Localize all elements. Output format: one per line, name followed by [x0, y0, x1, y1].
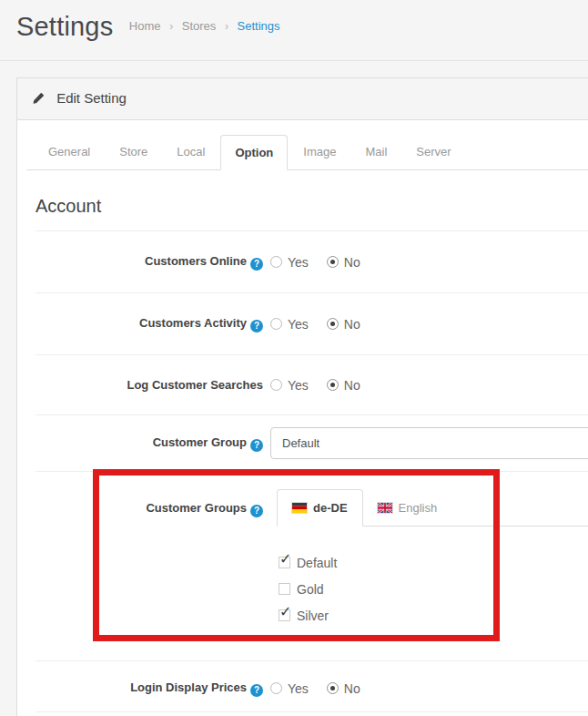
breadcrumb: Home › Stores › Settings: [129, 19, 280, 33]
customers-online-label: Customers Online: [145, 254, 247, 268]
checkbox-row-gold[interactable]: Gold: [279, 582, 588, 596]
section-title-account: Account: [35, 196, 588, 231]
radio-option-no[interactable]: No: [327, 681, 360, 696]
tab-option[interactable]: Option: [220, 135, 288, 170]
panel-body: General Store Local Option Image Mail Se…: [17, 120, 588, 716]
checkbox-row-default[interactable]: Default: [279, 556, 588, 569]
login-display-prices-radios: Yes No: [270, 681, 588, 696]
help-icon[interactable]: [250, 258, 263, 271]
page-title: Settings: [16, 12, 113, 42]
tab-mail[interactable]: Mail: [351, 135, 400, 169]
radio-option-no[interactable]: No: [327, 317, 360, 332]
radio-no[interactable]: [327, 256, 339, 268]
checkbox-gold[interactable]: [279, 583, 290, 595]
radio-option-no[interactable]: No: [327, 378, 360, 393]
customer-groups-checkbox-list: Default Gold Silver: [279, 556, 588, 622]
breadcrumb-settings[interactable]: Settings: [238, 19, 280, 33]
row-customer-groups: Customer Groups de-DE English: [35, 472, 588, 661]
german-flag-icon: [292, 503, 307, 513]
radio-option-no[interactable]: No: [327, 255, 360, 270]
log-customer-searches-radios: Yes No: [270, 378, 588, 393]
breadcrumb-separator: ›: [225, 20, 228, 33]
panel-heading: Edit Setting: [17, 78, 588, 120]
row-next-partial: [35, 712, 588, 716]
row-customer-group: Customer Group Default: [35, 415, 588, 472]
tab-image[interactable]: Image: [289, 135, 350, 169]
radio-no[interactable]: [327, 379, 339, 391]
radio-no[interactable]: [327, 682, 339, 694]
edit-setting-panel: Edit Setting General Store Local Option …: [16, 77, 588, 716]
row-customers-activity: Customers Activity Yes No: [35, 293, 588, 355]
customers-activity-label: Customers Activity: [139, 316, 247, 330]
customers-online-radios: Yes No: [270, 255, 588, 270]
customers-activity-radios: Yes No: [270, 317, 588, 332]
radio-yes[interactable]: [270, 318, 282, 330]
language-tab-bar: de-DE English: [277, 489, 588, 527]
help-icon[interactable]: [250, 684, 263, 697]
radio-no[interactable]: [327, 318, 339, 330]
checkbox-silver[interactable]: [279, 609, 290, 621]
uk-flag-icon: [378, 503, 392, 513]
breadcrumb-home[interactable]: Home: [129, 19, 161, 33]
tab-general[interactable]: General: [35, 135, 104, 169]
help-icon[interactable]: [250, 505, 263, 517]
panel-heading-label: Edit Setting: [56, 90, 127, 106]
tab-server[interactable]: Server: [402, 135, 464, 169]
language-tab-de-DE[interactable]: de-DE: [277, 489, 363, 527]
radio-option-yes[interactable]: Yes: [270, 681, 309, 696]
login-display-prices-label: Login Display Prices: [130, 680, 247, 694]
radio-yes[interactable]: [270, 682, 282, 694]
customer-group-selected-value: Default: [282, 436, 319, 450]
page-header: Settings Home › Stores › Settings: [0, 0, 588, 61]
help-icon[interactable]: [250, 320, 263, 332]
log-customer-searches-label: Log Customer Searches: [127, 378, 263, 392]
help-icon[interactable]: [250, 439, 263, 452]
tab-store[interactable]: Store: [106, 135, 161, 169]
radio-yes[interactable]: [270, 379, 282, 391]
checkbox-row-silver[interactable]: Silver: [279, 609, 588, 622]
breadcrumb-stores[interactable]: Stores: [182, 19, 217, 33]
row-customers-online: Customers Online Yes No: [35, 231, 588, 293]
row-login-display-prices: Login Display Prices Yes No: [35, 661, 588, 712]
radio-option-yes[interactable]: Yes: [270, 255, 309, 270]
language-tab-english[interactable]: English: [363, 489, 452, 526]
customer-groups-label: Customer Groups: [146, 501, 247, 515]
customer-group-select[interactable]: Default: [270, 427, 588, 459]
option-tab-content: Account Customers Online Yes No: [26, 196, 588, 716]
pencil-icon: [32, 92, 45, 107]
checkbox-default[interactable]: [279, 557, 290, 568]
customer-group-label: Customer Group: [153, 435, 247, 449]
radio-option-yes[interactable]: Yes: [270, 378, 309, 393]
row-log-customer-searches: Log Customer Searches Yes No: [35, 355, 588, 415]
radio-yes[interactable]: [270, 256, 282, 268]
breadcrumb-separator: ›: [169, 20, 173, 33]
radio-option-yes[interactable]: Yes: [270, 317, 309, 332]
tab-local[interactable]: Local: [163, 135, 218, 169]
settings-tab-bar: General Store Local Option Image Mail Se…: [26, 135, 588, 170]
